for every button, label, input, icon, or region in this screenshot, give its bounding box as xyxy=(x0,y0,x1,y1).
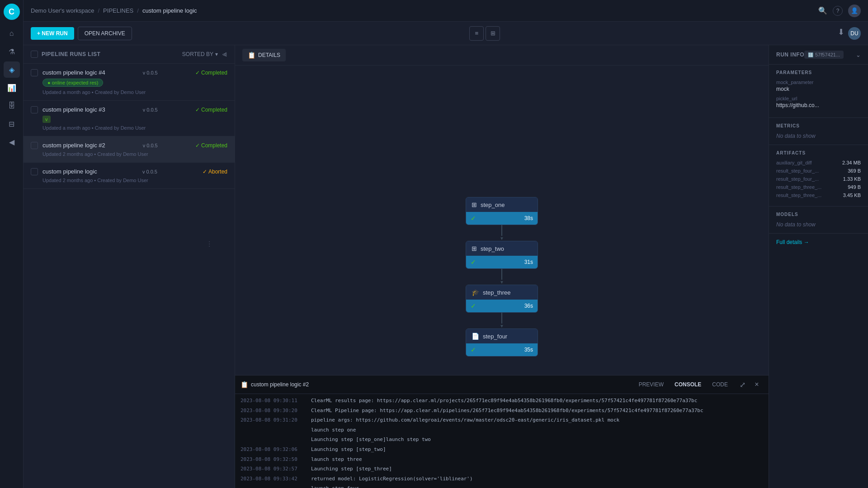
runs-header-title: PIPELINE RUNS LIST xyxy=(42,51,179,57)
new-run-button[interactable]: + NEW RUN xyxy=(31,27,74,40)
tab-console[interactable]: CONSOLE xyxy=(670,380,706,389)
log-message: Launching step [step_one]launch step two xyxy=(311,436,431,444)
run-item[interactable]: custom pipeline logic #3 v 0.0.5 ✓ Compl… xyxy=(24,101,235,136)
step-title: step_one xyxy=(481,202,505,208)
run-tag-v: v xyxy=(42,116,51,123)
console-title: 📋 custom pipeline logic #2 xyxy=(241,381,631,388)
close-console-button[interactable]: × xyxy=(750,378,763,391)
artifact-row: result_step_three_... 3.45 KB xyxy=(776,192,861,198)
log-row: 2023-08-08 09:32:57 Launching step [step… xyxy=(235,464,769,474)
pipeline-tabs: 📋 DETAILS xyxy=(235,45,769,66)
select-all-checkbox[interactable] xyxy=(31,51,38,58)
run-version: v 0.0.5 xyxy=(142,169,157,174)
open-archive-button[interactable]: OPEN ARCHIVE xyxy=(78,27,132,40)
breadcrumb-page: custom pipeline logic xyxy=(142,7,197,14)
toolbar: + NEW RUN OPEN ARCHIVE ≡ ⊞ ⬇ DU xyxy=(24,22,868,45)
run-id-badge: 🔢 57f57421... xyxy=(804,51,844,59)
artifact-row: result_step_three_... 949 B xyxy=(776,184,861,190)
run-meta: Updated a month ago • Created by Demo Us… xyxy=(42,89,227,95)
step-node-step-three[interactable]: 🎓 step_three ✓ 36s xyxy=(466,285,538,313)
filter-icon[interactable]: ⫷ xyxy=(222,51,227,58)
console-title-icon: 📋 xyxy=(241,381,248,388)
log-row: 2023-08-08 09:33:42 returned model: Logi… xyxy=(235,474,769,484)
tab-preview[interactable]: PREVIEW xyxy=(634,380,668,389)
run-name: custom pipeline logic #4 xyxy=(42,69,105,76)
search-icon[interactable]: 🔍 xyxy=(818,6,827,15)
log-row: 2023-08-08 09:32:06 Launching step [step… xyxy=(235,445,769,455)
step-time: 31s xyxy=(524,259,533,265)
step-node-step-one[interactable]: ⊞ step_one ✓ 38s xyxy=(466,197,538,225)
run-checkbox[interactable] xyxy=(31,142,38,149)
topbar-right-actions: ⬇ DU xyxy=(838,27,861,40)
details-tab[interactable]: 📋 DETAILS xyxy=(242,49,286,61)
tab-code[interactable]: CODE xyxy=(708,380,732,389)
run-item-content: custom pipeline logic #4 v 0.0.5 ✓ Compl… xyxy=(42,69,227,95)
log-row: 2023-08-08 09:30:11 ClearML results page… xyxy=(235,396,769,406)
step-icon: ⊞ xyxy=(472,245,477,252)
collapse-icon[interactable]: ⌄ xyxy=(856,52,861,58)
artifact-size: 3.45 KB xyxy=(843,192,861,198)
metrics-title: METRICS xyxy=(776,123,861,128)
step-node-step-four[interactable]: 📄 step_four ✓ 35s xyxy=(466,328,538,357)
step-node-step-two[interactable]: ⊞ step_two ✓ 31s xyxy=(466,241,538,269)
step-node-header: 📄 step_four xyxy=(466,329,538,343)
models-section: MODELS No data to show xyxy=(769,206,868,234)
pipeline-center: 📋 DETAILS ⊞ step_one ✓ 38s xyxy=(235,45,769,488)
user-menu-icon[interactable]: DU xyxy=(848,27,861,40)
log-timestamp xyxy=(241,436,304,444)
log-message: returned model: LogisticRegression(solve… xyxy=(311,475,473,483)
run-info-header: RUN INFO 🔢 57f57421... ⌄ xyxy=(769,45,868,65)
artifact-size: 1.33 KB xyxy=(843,176,861,182)
sidebar-item-reports[interactable]: 📊 xyxy=(4,80,20,96)
full-details-link[interactable]: Full details → xyxy=(769,234,868,251)
download-icon[interactable]: ⬇ xyxy=(838,27,844,40)
artifacts-title: ARTIFACTS xyxy=(776,150,861,155)
step-node-bar: ✓ 31s xyxy=(466,256,538,268)
run-checkbox[interactable] xyxy=(31,69,38,76)
sidebar-item-home[interactable]: ⌂ xyxy=(4,25,20,42)
details-tab-icon: 📋 xyxy=(248,52,255,59)
content-area: PIPELINE RUNS LIST SORTED BY ▾ ⫷ custom … xyxy=(24,45,868,488)
param-row: pickle_url https://github.co... xyxy=(776,96,861,108)
run-tags: ● online (expected res) xyxy=(42,79,227,87)
run-item-content: custom pipeline logic #3 v 0.0.5 ✓ Compl… xyxy=(42,106,227,131)
list-view-button[interactable]: ≡ xyxy=(469,26,484,41)
run-tag-online: ● online (expected res) xyxy=(42,79,103,87)
grid-view-button[interactable]: ⊞ xyxy=(486,26,500,41)
sidebar-item-experiments[interactable]: ⚗ xyxy=(4,43,20,60)
metrics-section: METRICS No data to show xyxy=(769,118,868,145)
run-checkbox[interactable] xyxy=(31,168,38,175)
help-icon[interactable]: ? xyxy=(833,6,843,16)
log-message: pipeline args: https://github.com/allegr… xyxy=(311,416,619,424)
breadcrumb-section[interactable]: PIPELINES xyxy=(103,7,133,14)
log-message: ClearML results page: https://app.clear.… xyxy=(311,397,697,405)
sidebar-item-pipelines[interactable]: ◈ xyxy=(4,61,20,78)
console-actions: ⤢ × xyxy=(736,378,763,391)
user-avatar[interactable]: 👤 xyxy=(848,5,861,17)
artifact-name: result_step_four_... xyxy=(776,176,819,182)
details-tab-label: DETAILS xyxy=(258,52,280,58)
run-version: v 0.0.5 xyxy=(143,70,158,75)
runs-list: custom pipeline logic #4 v 0.0.5 ✓ Compl… xyxy=(24,64,235,488)
breadcrumb-workspace[interactable]: Demo User's workspace xyxy=(31,7,94,14)
step-connector: ▼ xyxy=(500,225,504,241)
expand-console-button[interactable]: ⤢ xyxy=(736,378,749,391)
sidebar-item-datasets[interactable]: 🗄 xyxy=(4,98,20,114)
run-item[interactable]: custom pipeline logic #2 v 0.0.5 ✓ Compl… xyxy=(24,136,235,163)
run-item[interactable]: custom pipeline logic #4 v 0.0.5 ✓ Compl… xyxy=(24,64,235,101)
sidebar-item-projects[interactable]: ◀ xyxy=(4,134,20,150)
log-timestamp: 2023-08-08 09:32:57 xyxy=(241,465,304,473)
artifact-row: result_step_four_... 369 B xyxy=(776,168,861,174)
step-check-icon: ✓ xyxy=(471,302,476,310)
run-version: v 0.0.5 xyxy=(143,143,158,148)
run-name: custom pipeline logic xyxy=(42,168,97,175)
step-icon: 📄 xyxy=(472,333,479,340)
divider-dots xyxy=(209,241,210,247)
panel-divider[interactable] xyxy=(208,45,211,488)
sidebar-item-models[interactable]: ⊟ xyxy=(4,116,20,132)
sort-control[interactable]: SORTED BY ▾ xyxy=(182,51,218,57)
breadcrumb: Demo User's workspace / PIPELINES / cust… xyxy=(31,7,197,14)
run-item[interactable]: custom pipeline logic v 0.0.5 ✓ Aborted … xyxy=(24,163,235,189)
run-checkbox[interactable] xyxy=(31,106,38,113)
app-logo[interactable]: C xyxy=(4,4,20,20)
